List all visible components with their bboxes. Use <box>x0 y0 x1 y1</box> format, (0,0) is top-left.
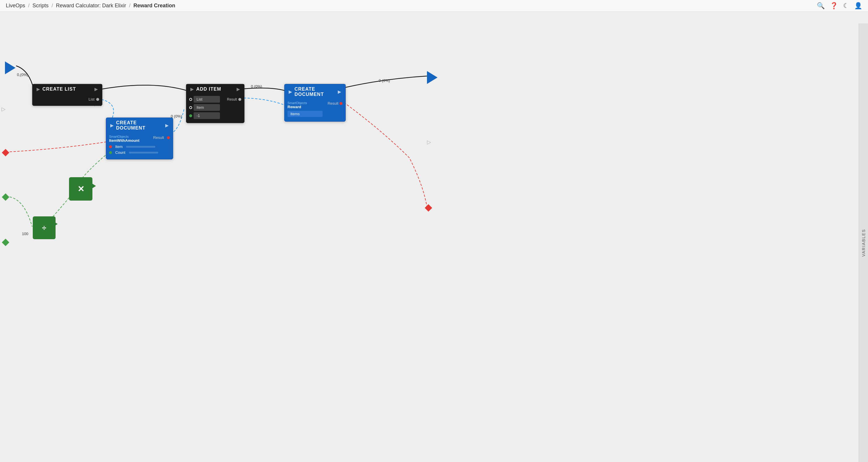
label-add-item-out: 0 (0%) <box>251 84 262 89</box>
create-doc1-count-port[interactable] <box>109 151 112 154</box>
expand-left-icon[interactable]: ▷ <box>1 106 5 112</box>
breadcrumb-liveops[interactable]: LiveOps <box>6 3 25 8</box>
header: LiveOps / Scripts / Reward Calculator: D… <box>0 0 868 12</box>
multiply-out-arrow[interactable] <box>88 181 96 191</box>
add-item-header: ▶ ADD ITEM ▶ <box>186 84 244 94</box>
create-doc2-items-value[interactable]: Items <box>287 111 322 117</box>
breadcrumb-scripts[interactable]: Scripts <box>32 3 49 8</box>
add-item-result-port[interactable] <box>238 98 241 101</box>
multiply-symbol: ✕ <box>78 184 84 194</box>
add-item-item-port[interactable] <box>189 106 192 109</box>
create-doc2-result-label: Result <box>328 101 338 105</box>
add-item-list-value[interactable]: List <box>194 96 220 103</box>
create-document-1-node[interactable]: ▶ CREATE DOCUMENT ▶ SmartObjects ItemWit… <box>106 118 173 159</box>
create-doc1-type: SmartObjects <box>109 135 140 138</box>
create-list-title: CREATE LIST <box>42 87 76 92</box>
create-doc1-subtype: ItemWithAmount <box>109 138 140 143</box>
create-doc1-title: CREATE DOCUMENT <box>116 120 163 131</box>
start-arrow[interactable] <box>5 61 16 75</box>
create-doc1-item-label: Item <box>115 145 123 149</box>
create-doc1-item-port[interactable] <box>109 145 112 148</box>
user-icon[interactable]: 👤 <box>854 2 862 10</box>
header-icons: 🔍 ❓ ☾ 👤 <box>817 2 862 10</box>
add-item-result-label: Result <box>227 97 237 101</box>
create-doc2-type: SmartObjects <box>287 101 307 105</box>
add-item-item-value[interactable]: Item <box>194 104 220 111</box>
create-doc1-header: ▶ CREATE DOCUMENT ▶ <box>106 118 173 133</box>
search-icon[interactable]: 🔍 <box>817 2 825 10</box>
green-diamond-left[interactable] <box>2 193 9 201</box>
variables-label: VARIABLES <box>861 229 866 257</box>
add-item-list-port[interactable] <box>189 98 192 101</box>
create-doc2-subtype: Reward <box>287 105 307 109</box>
add-item-minus1-value[interactable]: -1 <box>194 112 220 119</box>
breadcrumb-current: Reward Creation <box>133 3 175 8</box>
add-item-node[interactable]: ▶ ADD ITEM ▶ List Result Item - <box>186 84 245 123</box>
breadcrumb-reward-calc[interactable]: Reward Calculator: Dark Elixir <box>56 3 126 8</box>
canvas[interactable]: 0,(0%) 0 (0%) 0 (0%) 0 (0%) 0 (0%) 100 ▷… <box>0 12 868 462</box>
divide-out-arrow[interactable] <box>51 220 58 228</box>
create-list-output: List <box>35 97 99 101</box>
add-item-body: List Result Item -1 <box>186 94 244 123</box>
red-diamond-left[interactable] <box>2 149 9 156</box>
red-diamond-right[interactable] <box>425 204 432 211</box>
variables-sidebar[interactable]: VARIABLES <box>859 23 868 462</box>
create-list-body: List <box>32 94 102 105</box>
list-output-port[interactable] <box>96 98 99 101</box>
create-doc2-body: SmartObjects Reward Result Items <box>284 99 345 121</box>
create-doc2-items-row: Items <box>287 111 342 117</box>
create-doc1-item-row: Item <box>109 145 170 149</box>
create-doc2-title: CREATE DOCUMENT <box>294 87 336 97</box>
create-doc1-result-label: Result <box>153 135 164 140</box>
create-doc1-count-label: Count <box>115 150 125 155</box>
create-doc2-header: ▶ CREATE DOCUMENT ▶ <box>284 84 345 99</box>
label-start-count: 0,(0%) <box>17 72 28 77</box>
create-doc1-result-port[interactable] <box>167 136 170 139</box>
end-arrow[interactable] <box>427 71 437 85</box>
create-doc1-body: SmartObjects ItemWithAmount Result Item … <box>106 133 173 159</box>
add-item-title: ADD ITEM <box>196 87 221 92</box>
create-doc2-result-port[interactable] <box>340 102 342 105</box>
create-doc1-count-value[interactable] <box>129 152 158 154</box>
label-100: 100 <box>22 232 28 236</box>
help-icon[interactable]: ❓ <box>830 2 838 10</box>
green-diamond-bottom[interactable] <box>2 239 9 246</box>
label-doc2-out: 0 (0%) <box>379 79 390 83</box>
create-list-node[interactable]: ▶ CREATE LIST ▶ List <box>32 84 102 106</box>
expand-right-icon[interactable]: ▷ <box>427 139 431 145</box>
add-item-minus1-port[interactable] <box>189 114 192 117</box>
create-doc1-count-row: Count <box>109 150 170 155</box>
list-output-label: List <box>89 97 94 101</box>
create-doc1-item-value[interactable] <box>126 146 155 148</box>
theme-icon[interactable]: ☾ <box>843 2 849 10</box>
breadcrumb: LiveOps / Scripts / Reward Calculator: D… <box>6 3 175 9</box>
create-list-header: ▶ CREATE LIST ▶ <box>32 84 102 94</box>
divide-symbol: ÷ <box>42 223 46 233</box>
create-document-2-node[interactable]: ▶ CREATE DOCUMENT ▶ SmartObjects Reward … <box>284 84 346 122</box>
